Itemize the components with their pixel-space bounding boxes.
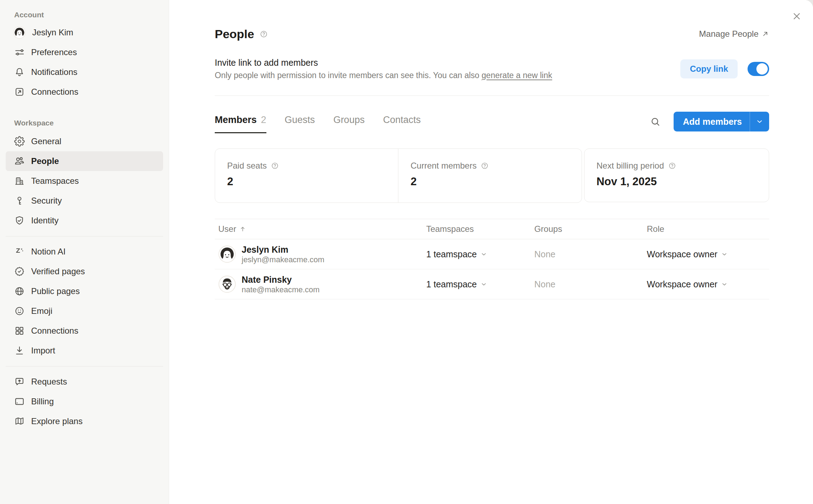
table-row[interactable]: Jeslyn Kim jeslyn@makeacme.com 1 teamspa… <box>215 239 769 269</box>
paid-seats-value: 2 <box>227 175 398 188</box>
tab-contacts[interactable]: Contacts <box>383 115 421 133</box>
sidebar-item-account-profile[interactable]: Jeslyn Kim <box>6 23 163 42</box>
chevron-down-icon <box>721 281 728 288</box>
sliders-icon <box>14 47 25 58</box>
settings-window: Account Jeslyn Kim Preferences Notificat… <box>0 0 813 504</box>
page-header: People Manage People <box>215 25 769 42</box>
next-billing-value: Nov 1, 2025 <box>596 175 769 188</box>
tab-label: Groups <box>333 115 365 125</box>
role-dropdown[interactable]: Workspace owner <box>643 279 769 289</box>
tab-guests[interactable]: Guests <box>285 115 315 133</box>
sidebar-item-label: Jeslyn Kim <box>32 28 73 37</box>
column-label: Role <box>647 224 664 234</box>
user-email: jeslyn@makeacme.com <box>242 255 324 264</box>
help-icon[interactable] <box>481 162 489 170</box>
people-settings-panel: People Manage People Invite link to add … <box>169 0 813 504</box>
sidebar-item-connections-account[interactable]: Connections <box>6 82 163 102</box>
user-cell: Nate Pinsky nate@makeacme.com <box>215 274 423 294</box>
sidebar-item-identity[interactable]: Identity <box>6 211 163 230</box>
teamspaces-dropdown[interactable]: 1 teamspace <box>423 279 531 289</box>
map-icon <box>14 416 25 427</box>
role-dropdown[interactable]: Workspace owner <box>643 249 769 259</box>
sidebar-item-emoji[interactable]: Emoji <box>6 301 163 321</box>
manage-people-label: Manage People <box>699 29 759 39</box>
sidebar-item-label: Requests <box>31 377 67 387</box>
invite-link-section: Invite link to add members Only people w… <box>215 57 769 81</box>
people-icon <box>14 156 25 166</box>
ai-sparkle-icon <box>14 246 25 257</box>
sidebar-item-connections-workspace[interactable]: Connections <box>6 321 163 341</box>
members-table: User Teamspaces Groups Role Jeslyn Kim j… <box>215 219 769 299</box>
add-members-button[interactable]: Add members <box>674 112 769 131</box>
table-header: User Teamspaces Groups Role <box>215 219 769 239</box>
smiley-icon <box>14 306 25 316</box>
sidebar-item-label: Connections <box>31 87 78 97</box>
credit-card-icon <box>14 396 25 407</box>
column-role[interactable]: Role <box>643 224 769 234</box>
sidebar-item-teamspaces[interactable]: Teamspaces <box>6 171 163 191</box>
invite-link-description: Only people with permission to invite me… <box>215 69 552 81</box>
help-icon[interactable] <box>668 162 676 170</box>
chevron-down-icon <box>480 251 487 258</box>
search-icon[interactable] <box>647 114 663 129</box>
sidebar-item-public-pages[interactable]: Public pages <box>6 281 163 301</box>
generate-new-link[interactable]: generate a new link <box>482 71 552 80</box>
teamspaces-dropdown[interactable]: 1 teamspace <box>423 249 531 259</box>
invite-link-text: Invite link to add members Only people w… <box>215 57 552 81</box>
sidebar-item-security[interactable]: Security <box>6 191 163 211</box>
sidebar-item-notion-ai[interactable]: Notion AI <box>6 242 163 262</box>
verified-badge-icon <box>14 266 25 277</box>
chevron-down-icon <box>480 281 487 288</box>
column-user[interactable]: User <box>215 224 423 234</box>
sidebar-item-import[interactable]: Import <box>6 341 163 361</box>
sidebar-item-billing[interactable]: Billing <box>6 392 163 411</box>
tab-label: Members <box>215 115 257 125</box>
sidebar-divider <box>6 366 163 367</box>
tabs-actions: Add members <box>647 112 769 131</box>
tabs-row: Members 2 Guests Groups Contacts Add mem… <box>215 115 769 133</box>
sidebar-item-label: Public pages <box>31 286 80 296</box>
current-members-value: 2 <box>410 175 581 188</box>
invite-link-toggle[interactable] <box>748 62 769 76</box>
sidebar-item-verified-pages[interactable]: Verified pages <box>6 262 163 281</box>
sidebar-item-label: Identity <box>31 216 58 225</box>
close-icon[interactable] <box>790 9 804 23</box>
tab-groups[interactable]: Groups <box>333 115 365 133</box>
user-name: Nate Pinsky <box>242 274 319 285</box>
teamspaces-value: 1 teamspace <box>426 279 477 289</box>
sidebar-item-explore-plans[interactable]: Explore plans <box>6 411 163 431</box>
teamspaces-value: 1 teamspace <box>426 249 477 259</box>
chevron-down-icon[interactable] <box>750 112 769 131</box>
column-groups[interactable]: Groups <box>531 224 643 234</box>
current-members-label: Current members <box>410 161 477 171</box>
groups-value: None <box>531 279 643 289</box>
avatar <box>218 275 236 293</box>
seats-cards: Paid seats 2 Current members 2 <box>215 148 582 203</box>
sidebar-item-preferences[interactable]: Preferences <box>6 42 163 62</box>
sidebar-item-people[interactable]: People <box>6 151 163 171</box>
tab-members[interactable]: Members 2 <box>215 115 266 133</box>
sidebar-divider <box>6 236 163 236</box>
sidebar-item-notifications[interactable]: Notifications <box>6 62 163 82</box>
tabs: Members 2 Guests Groups Contacts <box>215 115 421 133</box>
help-icon[interactable] <box>260 30 268 38</box>
user-avatar <box>13 26 26 39</box>
sidebar-item-label: Import <box>31 346 55 356</box>
next-billing-label: Next billing period <box>596 161 664 171</box>
sidebar-item-general[interactable]: General <box>6 131 163 151</box>
copy-link-button[interactable]: Copy link <box>680 59 738 78</box>
sidebar-item-label: Verified pages <box>31 266 85 276</box>
sidebar-item-label: Billing <box>31 397 54 406</box>
column-teamspaces[interactable]: Teamspaces <box>423 224 531 234</box>
table-row[interactable]: Nate Pinsky nate@makeacme.com 1 teamspac… <box>215 269 769 299</box>
grid-icon <box>14 326 25 336</box>
sidebar-item-requests[interactable]: Requests <box>6 372 163 392</box>
manage-people-link[interactable]: Manage People <box>699 29 769 39</box>
role-value: Workspace owner <box>647 279 717 289</box>
help-icon[interactable] <box>271 162 279 170</box>
tab-label: Contacts <box>383 115 421 125</box>
sidebar-item-label: Notion AI <box>31 247 65 257</box>
sidebar-section-workspace: Workspace <box>14 119 169 127</box>
members-count-badge: 2 <box>261 115 266 125</box>
building-icon <box>14 176 25 186</box>
